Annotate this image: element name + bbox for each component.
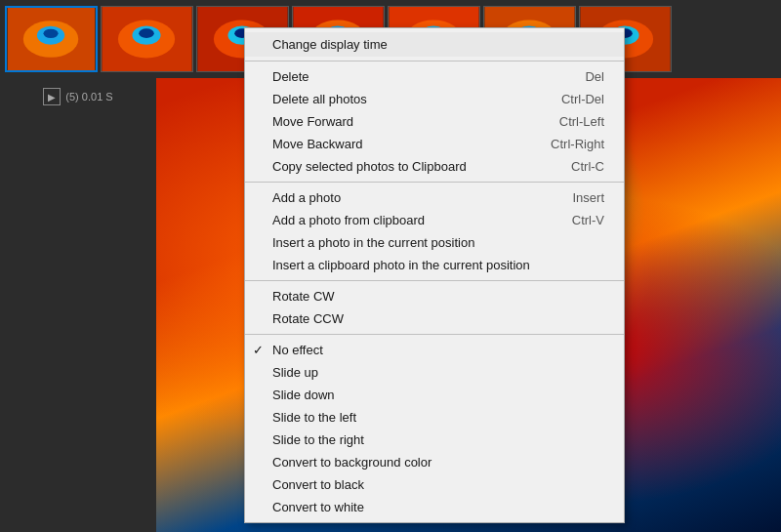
menu-item-move-forward[interactable]: Move Forward Ctrl-Left [245,110,624,133]
menu-item-add-clipboard[interactable]: Add a photo from clipboard Ctrl-V [245,209,624,231]
menu-item-insert-clipboard-current[interactable]: Insert a clipboard photo in the current … [245,254,624,276]
menu-item-add-photo-shortcut: Insert [572,190,604,205]
menu-item-slide-left-label: Slide to the left [272,410,356,425]
menu-item-rotate-cw[interactable]: Rotate CW [245,285,624,307]
separator-1 [245,182,624,183]
menu-item-convert-white[interactable]: Convert to white [245,496,624,518]
svg-point-3 [44,29,59,38]
menu-item-convert-black-label: Convert to black [272,477,364,492]
menu-item-slide-up[interactable]: Slide up [245,361,624,384]
menu-item-rotate-ccw-label: Rotate CCW [272,311,344,326]
menu-item-convert-background-label: Convert to background color [272,455,432,470]
menu-item-convert-background[interactable]: Convert to background color [245,451,624,473]
menu-item-add-clipboard-label: Add a photo from clipboard [272,213,425,227]
menu-item-copy-clipboard[interactable]: Copy selected photos to Clipboard Ctrl-C [245,155,624,178]
left-panel: ▶ (5) 0.01 S [0,78,156,532]
menu-item-delete-all[interactable]: Delete all photos Ctrl-Del [245,88,624,110]
separator-2 [245,280,624,281]
menu-item-delete-label: Delete [272,69,309,84]
thumbnail-1[interactable] [5,6,98,72]
separator-3 [245,334,624,335]
menu-item-convert-black[interactable]: Convert to black [245,473,624,496]
menu-item-rotate-cw-label: Rotate CW [272,289,335,304]
menu-item-delete[interactable]: Delete Del [245,65,624,88]
time-label: (5) 0.01 S [65,91,112,102]
menu-item-slide-right-label: Slide to the right [272,432,364,447]
menu-item-slide-down-label: Slide down [272,388,335,402]
menu-item-slide-down[interactable]: Slide down [245,384,624,406]
menu-item-move-forward-label: Move Forward [272,114,353,129]
menu-item-move-forward-shortcut: Ctrl-Left [559,114,604,129]
menu-item-slide-left[interactable]: Slide to the left [245,406,624,429]
menu-item-add-clipboard-shortcut: Ctrl-V [572,213,604,227]
menu-item-move-backward-shortcut: Ctrl-Right [551,137,604,151]
menu-item-insert-current[interactable]: Insert a photo in the current position [245,231,624,254]
menu-item-rotate-ccw[interactable]: Rotate CCW [245,307,624,330]
play-button[interactable]: ▶ (5) 0.01 S [43,88,112,105]
menu-item-move-backward-label: Move Backward [272,137,362,151]
menu-item-add-photo[interactable]: Add a photo Insert [245,186,624,209]
menu-item-slide-right[interactable]: Slide to the right [245,429,624,451]
play-icon: ▶ [43,88,61,105]
svg-point-7 [139,28,154,38]
menu-item-no-effect-label: No effect [272,343,323,357]
menu-item-copy-clipboard-label: Copy selected photos to Clipboard [272,159,467,174]
menu-item-insert-clipboard-current-label: Insert a clipboard photo in the current … [272,258,530,272]
context-menu: Change display time Delete Del Delete al… [244,27,625,523]
menu-item-copy-clipboard-shortcut: Ctrl-C [571,159,604,174]
menu-item-delete-shortcut: Del [585,69,604,84]
menu-item-slide-up-label: Slide up [272,365,318,380]
menu-header: Change display time [245,32,624,57]
menu-item-insert-current-label: Insert a photo in the current position [272,235,474,250]
thumbnail-2[interactable] [101,6,193,72]
menu-item-no-effect[interactable]: No effect [245,339,624,361]
separator-0 [245,61,624,61]
menu-item-delete-all-shortcut: Ctrl-Del [561,92,604,106]
menu-item-delete-all-label: Delete all photos [272,92,367,106]
menu-item-convert-white-label: Convert to white [272,500,364,514]
menu-item-move-backward[interactable]: Move Backward Ctrl-Right [245,133,624,155]
menu-item-add-photo-label: Add a photo [272,190,341,205]
